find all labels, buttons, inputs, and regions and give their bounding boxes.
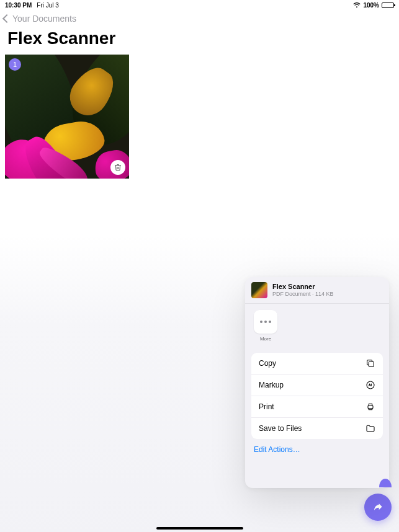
copy-action[interactable]: Copy — [251, 353, 383, 375]
ellipsis-icon — [260, 321, 271, 323]
edit-actions-button[interactable]: Edit Actions… — [245, 439, 389, 460]
share-icon — [372, 501, 384, 513]
markup-icon — [365, 380, 375, 390]
battery-pct: 100% — [363, 2, 379, 9]
share-actions-list: Copy Markup Print Save to Files — [251, 353, 383, 439]
share-subtitle: PDF Document · 114 KB — [272, 291, 334, 298]
status-bar: 10:30 PM Fri Jul 3 100% — [0, 0, 399, 9]
delete-button[interactable] — [110, 160, 125, 175]
print-icon — [365, 402, 375, 412]
page-title: Flex Scanner — [0, 27, 399, 55]
share-apps-row: More — [245, 304, 389, 347]
markup-action[interactable]: Markup — [251, 375, 383, 396]
folder-icon — [365, 423, 375, 433]
svg-rect-2 — [368, 406, 373, 409]
document-thumbnail[interactable]: 1 — [5, 55, 129, 179]
chevron-left-icon — [2, 14, 11, 23]
svg-rect-0 — [369, 361, 374, 366]
share-sheet-header: Flex Scanner PDF Document · 114 KB — [245, 277, 389, 304]
more-apps-button[interactable]: More — [254, 310, 277, 342]
back-label: Your Documents — [12, 14, 76, 24]
share-thumbnail — [251, 282, 267, 298]
trash-icon — [114, 164, 122, 171]
save-to-files-action[interactable]: Save to Files — [251, 418, 383, 439]
copy-icon — [365, 358, 375, 368]
status-time: 10:30 PM — [5, 2, 32, 9]
page-count-badge: 1 — [9, 58, 21, 71]
battery-icon — [382, 2, 394, 8]
home-indicator[interactable] — [156, 527, 243, 530]
status-date: Fri Jul 3 — [37, 2, 59, 9]
share-sheet: Flex Scanner PDF Document · 114 KB More … — [245, 277, 389, 488]
share-fab[interactable] — [364, 494, 392, 521]
back-button[interactable]: Your Documents — [0, 9, 399, 27]
fab-peek — [379, 479, 392, 487]
share-title: Flex Scanner — [272, 283, 334, 291]
print-action[interactable]: Print — [251, 396, 383, 418]
wifi-icon — [353, 2, 361, 8]
